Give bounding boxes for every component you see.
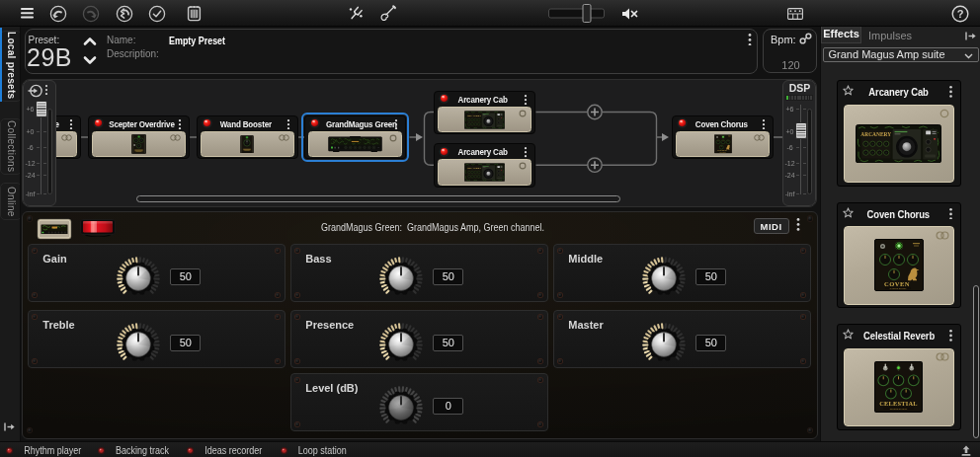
chain-node-menu[interactable] xyxy=(68,119,74,129)
chain-node-grandmagus-green[interactable]: GrandMagus Green xyxy=(304,115,406,160)
knob-value[interactable]: 0 xyxy=(433,398,463,415)
power-switch[interactable] xyxy=(80,219,116,237)
input-icon[interactable] xyxy=(28,84,42,98)
knob-treble[interactable] xyxy=(116,322,161,367)
knob-value[interactable]: 50 xyxy=(170,335,201,351)
menu-icon[interactable] xyxy=(16,0,38,27)
meter-scale-tick xyxy=(796,109,799,110)
knob-master[interactable] xyxy=(641,322,687,367)
favorite-star-icon[interactable] xyxy=(843,207,854,218)
effect-card-menu[interactable] xyxy=(947,86,954,98)
mute-icon[interactable] xyxy=(618,0,640,27)
confirm-icon[interactable] xyxy=(146,0,168,27)
tuner-icon[interactable] xyxy=(345,0,367,27)
chain-node-menu[interactable] xyxy=(286,119,291,129)
group-screw xyxy=(276,315,280,319)
group-screw xyxy=(295,422,299,426)
preset-up-button[interactable] xyxy=(83,37,97,46)
statusbar-item-ideas-recorder[interactable]: Ideas recorder xyxy=(186,442,265,457)
chain-node-header: GrandMagus Green xyxy=(305,116,405,131)
effect-card-celestial-reverb[interactable]: Celestial Reverb CELESTIAL REVERB EFFECT xyxy=(837,324,962,430)
knob-presence[interactable] xyxy=(378,322,424,367)
effect-card-menu[interactable] xyxy=(947,330,954,342)
meter-scale-label: -12 xyxy=(24,159,38,166)
chain-node-menu[interactable] xyxy=(523,95,529,105)
effects-browser-panel: Effects Impulses Grand Magus Amp suite A… xyxy=(820,27,980,441)
stereo-icon xyxy=(936,352,949,361)
knob-value[interactable]: 50 xyxy=(170,268,201,285)
knob-group-master: Master 50 xyxy=(553,310,811,368)
piano-icon[interactable] xyxy=(784,0,806,27)
chain-node-menu[interactable] xyxy=(393,119,399,129)
redo-icon[interactable] xyxy=(80,0,102,27)
input-menu-button[interactable] xyxy=(43,85,49,95)
bpm-link-icon[interactable] xyxy=(799,33,812,44)
help-icon[interactable]: ? xyxy=(949,0,971,27)
svg-text:ARCANERY: ARCANERY xyxy=(467,114,482,117)
favorite-star-icon[interactable] xyxy=(843,85,854,96)
effect-card-arcanery-cab[interactable]: Arcanery Cab ARCANERY xyxy=(837,80,962,187)
group-screw xyxy=(801,293,805,297)
statusbar-item-backing-track[interactable]: Backing track xyxy=(97,442,172,457)
chain-node-coven-chorus[interactable]: Coven Chorus COVEN CHORUS EFFECT xyxy=(672,115,774,160)
effect-card-coven-chorus[interactable]: Coven Chorus COVEN CHORUS EFFECT xyxy=(837,202,962,309)
chain-horizontal-scrollbar[interactable] xyxy=(136,195,620,202)
guitar-icon[interactable] xyxy=(376,0,398,27)
device-thumbnail xyxy=(37,218,72,240)
tab-impulses[interactable]: Impulses xyxy=(868,29,912,43)
device-image-arcanery: ARCANERY xyxy=(464,111,505,129)
preset-down-button[interactable] xyxy=(83,55,97,65)
chain-node-header: Scepter Overdrive xyxy=(89,116,189,131)
midi-button[interactable]: MIDI xyxy=(754,218,789,235)
knob-level-db-[interactable] xyxy=(378,385,424,430)
chain-node-arcanery-cab[interactable]: Arcanery Cab ARCANERY xyxy=(434,91,535,135)
statusbar-item-loop-station[interactable]: Loop station xyxy=(280,442,350,457)
tab-effects[interactable]: Effects xyxy=(821,27,861,43)
status-led-icon xyxy=(280,446,288,455)
chain-node-body xyxy=(201,131,294,158)
chain-node-menu[interactable] xyxy=(177,119,183,129)
chain-node-scepter-overdrive[interactable]: Scepter Overdrive xyxy=(88,115,190,160)
bpm-value[interactable]: 120 xyxy=(764,59,818,71)
knob-value[interactable]: 50 xyxy=(695,335,726,351)
editor-menu-button[interactable] xyxy=(794,218,802,231)
preset-description-label: Description: xyxy=(107,48,159,59)
sidebar-tab-local-presets[interactable]: Local presets xyxy=(0,31,21,102)
chain-node-wand-booster[interactable]: Wand Booster xyxy=(197,115,298,160)
sidebar-tab-online[interactable]: Online xyxy=(0,183,21,220)
statusbar-item-label: Loop station xyxy=(297,445,346,456)
fader-cap[interactable] xyxy=(36,101,47,117)
knob-group-treble: Treble 50 xyxy=(28,310,286,368)
chain-node-arcanery-cab[interactable]: Arcanery Cab ARCANERY xyxy=(434,143,535,188)
reset-icon[interactable] xyxy=(114,0,135,27)
undo-icon[interactable] xyxy=(47,0,69,27)
group-screw xyxy=(538,378,542,382)
statusbar-item-rhythm-player[interactable]: Rhythm player xyxy=(5,442,84,457)
effects-scrollbar[interactable] xyxy=(973,285,979,438)
knob-label: Level (dB) xyxy=(305,382,358,394)
effect-card-menu[interactable] xyxy=(947,208,954,220)
panel-collapse-icon[interactable] xyxy=(965,32,976,40)
knob-value[interactable]: 50 xyxy=(695,268,726,285)
chain-node-title-text: GrandMagus Green xyxy=(326,118,397,129)
sidebar-tab-collections[interactable]: Collections xyxy=(0,118,21,175)
preset-menu-button[interactable] xyxy=(746,34,754,46)
knob-gain[interactable] xyxy=(116,256,161,301)
upload-icon[interactable] xyxy=(960,445,972,456)
notes-icon[interactable] xyxy=(183,0,204,27)
group-screw xyxy=(801,359,805,363)
sidebar-expand-icon[interactable] xyxy=(4,422,15,431)
knob-bass[interactable] xyxy=(378,256,424,301)
knob-value[interactable]: 50 xyxy=(433,335,463,351)
effect-card-title-text: Celestial Reverb xyxy=(863,330,935,342)
volume-slider[interactable] xyxy=(548,0,605,27)
chain-node-menu[interactable] xyxy=(523,147,529,157)
knob-middle[interactable] xyxy=(641,256,687,301)
favorite-star-icon[interactable] xyxy=(843,329,854,340)
knob-value[interactable]: 50 xyxy=(433,268,463,285)
meter-scale-label: +6 xyxy=(783,106,797,113)
chain-node-menu[interactable] xyxy=(761,119,767,129)
chain-node-title: Arcanery Cab xyxy=(448,94,519,105)
fader-cap[interactable] xyxy=(795,122,807,139)
suite-dropdown[interactable]: Grand Magus Amp suite xyxy=(823,47,979,63)
